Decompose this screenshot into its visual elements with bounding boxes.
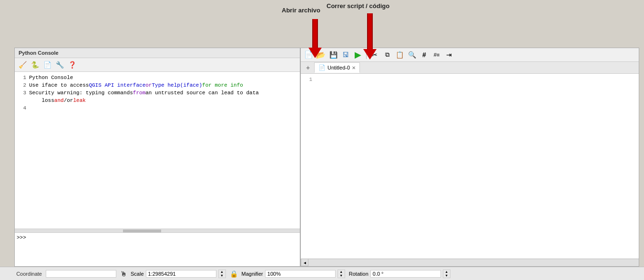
editor-scroll-left-button[interactable]: ◂ — [301, 259, 308, 266]
mouse-icon: 🖱 — [120, 270, 127, 278]
save-icon[interactable]: 💾 — [328, 50, 338, 60]
magnifier-item: Magnifier ▲ ▼ — [242, 270, 345, 278]
console-toolbar: 🧹 🐍 📄 🔧 ❓ — [15, 58, 300, 72]
console-scrollbar-thumb[interactable] — [123, 230, 161, 232]
run-icon[interactable]: 📄 — [42, 60, 52, 70]
find-icon[interactable]: 🔍 — [407, 50, 417, 60]
output-line-3: 3 Security warning: typing commands from… — [17, 89, 298, 97]
scissors-icon[interactable]: ✂ — [369, 50, 380, 60]
editor-panel: 📄 📂 💾 🖫 ▶ ✂ ⧉ 📋 🔍 # #≡ ⇥ + 📄 Untitled-0 … — [300, 48, 639, 267]
scale-item: Scale ▲ ▼ — [131, 270, 226, 278]
output-line-3b: loss and/or leak — [17, 97, 298, 104]
console-scrollbar[interactable] — [15, 229, 300, 232]
rotation-down-button[interactable]: ▼ — [443, 274, 450, 278]
output-line-1: 1 Python Console — [17, 74, 298, 81]
editor-content[interactable]: 1 — [301, 74, 639, 266]
editor-line-numbers: 1 — [303, 76, 312, 264]
scale-label: Scale — [131, 271, 144, 277]
code-editor[interactable] — [316, 76, 637, 264]
magnifier-spinner[interactable]: ▲ ▼ — [337, 270, 345, 278]
tab-untitled-0[interactable]: 📄 Untitled-0 ✕ — [314, 62, 360, 73]
python-console-panel: Python Console 🧹 🐍 📄 🔧 ❓ 1 Python Consol… — [14, 48, 300, 267]
editor-tabs: + 📄 Untitled-0 ✕ — [301, 62, 639, 74]
help-icon[interactable]: ❓ — [67, 60, 77, 70]
rotation-label: Rotation — [349, 271, 368, 277]
editor-text-area[interactable] — [316, 76, 637, 264]
magnifier-input[interactable] — [265, 270, 336, 278]
tab-close-button[interactable]: ✕ — [352, 65, 356, 70]
copy-icon[interactable]: ⧉ — [382, 50, 392, 60]
coordinate-input[interactable] — [46, 270, 116, 278]
status-bar: Coordinate 🖱 Scale ▲ ▼ 🔒 Magnifier ▲ ▼ R… — [0, 267, 644, 280]
open-file-label: Abrir archivo — [282, 7, 320, 14]
console-input-area[interactable]: >>> — [15, 233, 300, 266]
rotation-spinner[interactable]: ▲ ▼ — [443, 270, 450, 278]
console-title: Python Console — [15, 48, 300, 58]
output-line-4: 4 — [17, 104, 298, 112]
magnifier-label: Magnifier — [242, 271, 263, 277]
line-number-1: 1 — [303, 77, 312, 82]
save-as-icon[interactable]: 🖫 — [340, 50, 351, 60]
add-tab-button[interactable]: + — [303, 62, 313, 73]
comment-icon[interactable]: # — [419, 50, 429, 60]
scale-spinner[interactable]: ▲ ▼ — [218, 270, 226, 278]
settings-icon[interactable]: 🔧 — [54, 60, 65, 70]
magnifier-up-button[interactable]: ▲ — [338, 270, 345, 274]
uncomment-icon[interactable]: #≡ — [431, 50, 442, 60]
separator-1 — [366, 50, 367, 59]
console-prompt: >>> — [17, 235, 26, 240]
scale-up-button[interactable]: ▲ — [219, 270, 225, 274]
rotation-item: Rotation ▲ ▼ — [349, 270, 450, 278]
paste-icon[interactable]: 📋 — [394, 50, 405, 60]
python-icon[interactable]: 🐍 — [30, 60, 40, 70]
lock-icon[interactable]: 🔒 — [230, 270, 238, 278]
indent-icon[interactable]: ⇥ — [444, 50, 454, 60]
open-file-icon[interactable]: 📂 — [316, 50, 326, 60]
coordinate-label: Coordinate — [4, 271, 42, 277]
console-output: 1 Python Console 2 Use iface to access Q… — [15, 72, 300, 233]
rotation-input[interactable] — [370, 270, 441, 278]
clear-icon[interactable]: 🧹 — [17, 60, 28, 70]
output-line-2: 2 Use iface to access QGIS API interface… — [17, 81, 298, 89]
editor-scrollbar[interactable] — [308, 259, 639, 266]
new-file-icon[interactable]: 📄 — [303, 50, 314, 60]
scale-down-button[interactable]: ▼ — [219, 274, 225, 278]
tab-file-icon: 📄 — [318, 64, 326, 71]
rotation-up-button[interactable]: ▲ — [443, 270, 450, 274]
tab-label: Untitled-0 — [327, 65, 350, 70]
scale-input[interactable] — [146, 270, 216, 278]
run-script-icon[interactable]: ▶ — [353, 50, 363, 60]
run-script-label: Correr script / código — [327, 2, 389, 10]
editor-toolbar: 📄 📂 💾 🖫 ▶ ✂ ⧉ 📋 🔍 # #≡ ⇥ — [301, 48, 639, 62]
magnifier-down-button[interactable]: ▼ — [338, 274, 345, 278]
